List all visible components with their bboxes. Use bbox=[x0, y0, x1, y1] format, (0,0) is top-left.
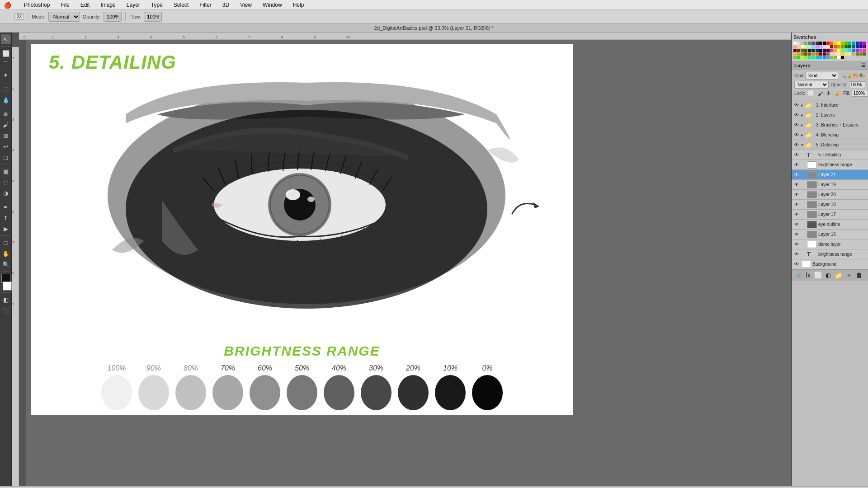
swatches-grid[interactable] bbox=[793, 42, 866, 59]
swatch-color[interactable] bbox=[834, 52, 837, 56]
brush-tool[interactable]: 🖌 bbox=[1, 120, 11, 130]
layer-item[interactable]: 👁Tbrightness range bbox=[792, 249, 868, 259]
menu-view[interactable]: View bbox=[238, 2, 254, 8]
swatch-color[interactable] bbox=[834, 49, 837, 52]
folder-expand-arrow[interactable]: ▸ bbox=[801, 122, 803, 127]
layer-visibility-toggle[interactable]: 👁 bbox=[793, 251, 800, 258]
menu-window[interactable]: Window bbox=[261, 2, 284, 8]
swatch-color[interactable] bbox=[819, 42, 822, 45]
swatch-color[interactable] bbox=[797, 49, 800, 52]
hand-tool[interactable]: ✋ bbox=[1, 249, 11, 258]
swatch-color[interactable] bbox=[823, 42, 826, 45]
layer-effects-icon[interactable]: fx bbox=[806, 272, 811, 279]
layer-visibility-toggle[interactable]: 👁 bbox=[793, 231, 800, 238]
layer-visibility-toggle[interactable]: 👁 bbox=[793, 132, 800, 138]
layer-visibility-toggle[interactable]: 👁 bbox=[793, 192, 800, 198]
folder-expand-arrow[interactable]: ▸ bbox=[801, 113, 803, 117]
lasso-tool[interactable]: ⌒ bbox=[1, 59, 11, 69]
swatch-color[interactable] bbox=[797, 52, 800, 56]
swatch-color[interactable] bbox=[823, 56, 826, 59]
layer-item[interactable]: 👁Layer 21 bbox=[792, 170, 868, 180]
swatch-color[interactable] bbox=[841, 56, 844, 59]
layer-visibility-toggle[interactable]: 👁 bbox=[793, 172, 800, 178]
swatch-color[interactable] bbox=[823, 49, 826, 52]
delete-layer-icon[interactable]: 🗑 bbox=[856, 272, 862, 279]
swatch-color[interactable] bbox=[797, 45, 800, 48]
swatch-color[interactable] bbox=[830, 56, 833, 59]
swatch-color[interactable] bbox=[852, 49, 855, 52]
apple-menu[interactable]: 🍎 bbox=[4, 1, 11, 9]
tool-brush-icon[interactable]: 🖌 bbox=[3, 12, 12, 21]
swatch-color[interactable] bbox=[801, 56, 804, 59]
layer-item[interactable]: 👁demo layer bbox=[792, 239, 868, 249]
swatch-color[interactable] bbox=[816, 52, 819, 56]
swatch-color[interactable] bbox=[837, 42, 840, 45]
blur-tool[interactable]: ◌ bbox=[1, 177, 11, 187]
eyedropper-tool[interactable]: 💧 bbox=[1, 95, 11, 105]
layer-visibility-toggle[interactable]: 👁 bbox=[793, 102, 800, 108]
swatch-color[interactable] bbox=[808, 42, 811, 45]
swatch-color[interactable] bbox=[844, 42, 848, 45]
menu-image[interactable]: Image bbox=[99, 2, 117, 8]
folder-expand-arrow[interactable]: ▸ bbox=[801, 132, 803, 137]
swatch-color[interactable] bbox=[823, 45, 826, 48]
menu-edit[interactable]: Edit bbox=[79, 2, 92, 8]
swatch-color[interactable] bbox=[804, 49, 807, 52]
swatch-color[interactable] bbox=[811, 56, 815, 59]
swatch-color[interactable] bbox=[797, 42, 800, 45]
add-adjustment-icon[interactable]: ◐ bbox=[826, 272, 831, 279]
swatch-color[interactable] bbox=[826, 49, 830, 52]
swatch-color[interactable] bbox=[808, 45, 811, 48]
layers-options-icon[interactable]: ☰ bbox=[861, 63, 865, 68]
swatch-color[interactable] bbox=[841, 42, 844, 45]
pen-tool[interactable]: ✒ bbox=[1, 202, 11, 212]
history-brush-tool[interactable]: ↩ bbox=[1, 141, 11, 151]
layers-filter-icons[interactable]: 🔍🔒🎨🎭 bbox=[840, 73, 865, 79]
swatch-color[interactable] bbox=[819, 49, 822, 52]
swatch-color[interactable] bbox=[863, 49, 866, 52]
add-layer-icon[interactable]: ＋ bbox=[846, 271, 852, 279]
folder-expand-arrow[interactable]: ▾ bbox=[801, 142, 803, 147]
swatch-color[interactable] bbox=[834, 56, 837, 59]
lock-image-icon[interactable]: 🖌 bbox=[817, 91, 824, 96]
layer-item[interactable]: 👁▸📁1. Interface bbox=[792, 100, 868, 110]
swatch-color[interactable] bbox=[863, 42, 866, 45]
swatch-color[interactable] bbox=[863, 45, 866, 48]
background-color[interactable] bbox=[3, 282, 12, 291]
kind-select[interactable]: Kind bbox=[805, 72, 838, 80]
path-selection-tool[interactable]: ▶ bbox=[1, 224, 11, 234]
gradient-tool[interactable]: ▦ bbox=[1, 166, 11, 176]
opacity-input[interactable] bbox=[104, 12, 122, 22]
lock-position-icon[interactable]: ✛ bbox=[826, 90, 831, 96]
quick-mask-tool[interactable]: ◧ bbox=[1, 295, 11, 305]
clone-tool[interactable]: ⊞ bbox=[1, 131, 11, 141]
swatch-color[interactable] bbox=[808, 52, 811, 56]
swatch-color[interactable] bbox=[844, 52, 848, 56]
layer-visibility-toggle[interactable]: 👁 bbox=[793, 112, 800, 118]
shape-tool[interactable]: □ bbox=[1, 238, 11, 248]
lock-transparent-icon[interactable]: ⬜ bbox=[807, 90, 815, 96]
swatch-color[interactable] bbox=[859, 49, 863, 52]
layer-visibility-toggle[interactable]: 👁 bbox=[793, 142, 800, 148]
swatch-color[interactable] bbox=[804, 56, 807, 59]
menu-select[interactable]: Select bbox=[172, 2, 190, 8]
layer-item[interactable]: 👁▸📁3. Brushes + Erasers bbox=[792, 120, 868, 130]
layer-item[interactable]: 👁▾📁5. Detailing bbox=[792, 140, 868, 150]
layer-visibility-toggle[interactable]: 👁 bbox=[793, 162, 800, 168]
menu-3d[interactable]: 3D bbox=[221, 2, 231, 8]
swatch-color[interactable] bbox=[816, 42, 819, 45]
swatch-color[interactable] bbox=[826, 42, 830, 45]
swatch-color[interactable] bbox=[848, 42, 851, 45]
layer-item[interactable]: 👁Layer 19 bbox=[792, 180, 868, 190]
swatch-color[interactable] bbox=[830, 42, 833, 45]
swatch-color[interactable] bbox=[793, 42, 797, 45]
layer-item[interactable]: 👁T5. Detailing bbox=[792, 150, 868, 160]
layer-item[interactable]: 👁eye outline bbox=[792, 220, 868, 230]
swatch-color[interactable] bbox=[816, 49, 819, 52]
swatch-color[interactable] bbox=[826, 52, 830, 56]
swatch-color[interactable] bbox=[801, 42, 804, 45]
menu-layer[interactable]: Layer bbox=[125, 2, 142, 8]
magic-wand-tool[interactable]: ✦ bbox=[1, 70, 11, 80]
swatch-color[interactable] bbox=[837, 52, 840, 56]
layer-item[interactable]: 👁Layer 17 bbox=[792, 210, 868, 220]
